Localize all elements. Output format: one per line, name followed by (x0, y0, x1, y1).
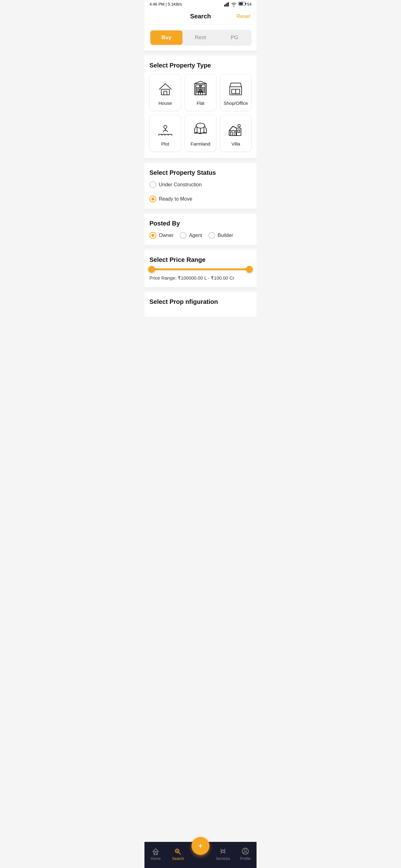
posted-by-builder[interactable]: Builder (208, 232, 233, 239)
villa-icon (227, 121, 244, 138)
posted-by-agent[interactable]: Agent (180, 232, 202, 239)
posted-by-agent-label: Agent (189, 232, 202, 238)
status-under-construction-radio[interactable] (149, 181, 156, 188)
svg-rect-33 (237, 128, 241, 135)
status-ready-to-move-radio[interactable] (149, 196, 156, 203)
flat-label: Flat (196, 100, 204, 106)
house-icon (157, 81, 174, 97)
header: Search Reset (144, 8, 257, 25)
posted-by-builder-radio[interactable] (208, 232, 215, 239)
price-slider-max-thumb[interactable] (246, 266, 253, 273)
nav-search-label: Search (172, 857, 184, 861)
property-card-house[interactable]: House (149, 74, 181, 111)
svg-line-43 (179, 852, 181, 855)
property-card-farmland[interactable]: Farmland (184, 115, 216, 152)
status-time: 4:46 PM | 5.1KB/s (149, 2, 182, 6)
nav-services[interactable]: Services (212, 847, 234, 861)
status-under-construction-label: Under Construction (159, 182, 202, 188)
posted-by-group: Owner Agent Builder (149, 232, 252, 239)
svg-rect-3 (228, 2, 229, 6)
svg-rect-35 (234, 132, 236, 135)
svg-point-45 (222, 850, 224, 852)
posted-by-builder-label: Builder (218, 232, 233, 238)
property-type-title: Select Property Type (149, 62, 252, 69)
tab-buy[interactable]: Buy (150, 30, 182, 45)
property-status-group: Under Construction Ready to Move (149, 181, 252, 203)
farmland-label: Farmland (191, 141, 210, 147)
prop-configuration-title: Select Prop nfiguration (149, 298, 252, 305)
svg-point-23 (164, 125, 167, 128)
price-range-section: Select Price Range Price Range: ₹100000.… (144, 250, 257, 287)
svg-rect-1 (225, 4, 226, 6)
posted-by-owner-radio[interactable] (149, 232, 156, 239)
svg-rect-13 (201, 85, 205, 87)
battery-indicator (238, 2, 245, 6)
svg-rect-34 (230, 132, 232, 135)
property-card-shop[interactable]: Shop/Office (220, 74, 252, 111)
fab-plus-icon: + (198, 842, 203, 850)
svg-rect-2 (227, 3, 228, 6)
svg-rect-0 (224, 5, 225, 6)
nav-services-label: Services (216, 857, 230, 861)
posted-by-owner-label: Owner (159, 232, 173, 238)
price-range-text: Price Range: ₹100000.00 L - ₹100.00 Cr (149, 275, 252, 281)
tab-rent[interactable]: Rent (184, 30, 217, 45)
price-slider-track[interactable] (149, 269, 252, 270)
wifi-icon (231, 2, 237, 6)
farmland-icon (192, 121, 209, 138)
nav-home-label: Home (151, 857, 161, 861)
shop-label: Shop/Office (224, 100, 248, 106)
posted-by-section: Posted By Owner Agent Builder (144, 214, 257, 245)
status-ready-to-move[interactable]: Ready to Move (149, 196, 192, 203)
property-grid: House Flat (149, 74, 252, 152)
status-icons: 54 (224, 2, 252, 6)
property-status-title: Select Property Status (149, 169, 252, 176)
plot-label: Plot (161, 141, 169, 147)
svg-point-44 (176, 850, 178, 851)
villa-label: Villa (231, 141, 240, 147)
nav-search[interactable]: Search (167, 847, 189, 861)
tab-container: Buy Rent PG (149, 30, 252, 46)
price-range-title: Select Price Range (149, 256, 252, 264)
tab-switcher: Buy Rent PG (144, 25, 257, 51)
property-card-villa[interactable]: Villa (220, 115, 252, 152)
svg-rect-4 (161, 89, 169, 95)
posted-by-agent-radio[interactable] (180, 232, 187, 239)
property-card-plot[interactable]: Plot (149, 115, 181, 152)
property-card-flat[interactable]: Flat (184, 74, 216, 111)
status-under-construction[interactable]: Under Construction (149, 181, 202, 188)
profile-nav-icon (241, 847, 249, 855)
svg-rect-5 (164, 91, 167, 95)
reset-button[interactable]: Reset (237, 13, 250, 20)
svg-rect-12 (196, 85, 200, 87)
house-label: House (159, 100, 172, 106)
flat-icon (192, 81, 209, 97)
fab-add-button[interactable]: + (192, 837, 209, 855)
property-status-section: Select Property Status Under Constructio… (144, 163, 257, 209)
svg-rect-40 (154, 851, 157, 855)
posted-by-title: Posted By (149, 220, 252, 227)
status-bar: 4:46 PM | 5.1KB/s 54 (144, 0, 257, 8)
plot-icon (157, 121, 174, 138)
posted-by-owner[interactable]: Owner (149, 232, 173, 239)
tab-pg[interactable]: PG (219, 30, 251, 45)
svg-point-49 (244, 849, 247, 851)
home-nav-icon (152, 847, 160, 855)
price-slider-min-thumb[interactable] (148, 266, 155, 273)
signal-icon (224, 2, 229, 6)
svg-point-30 (196, 123, 205, 128)
search-nav-icon (174, 847, 182, 855)
svg-rect-36 (238, 130, 240, 132)
shop-icon (227, 81, 244, 97)
nav-profile-label: Profile (240, 857, 251, 861)
property-type-section: Select Property Type House (144, 56, 257, 158)
svg-point-38 (238, 124, 240, 127)
nav-profile[interactable]: Profile (234, 847, 257, 861)
page-title: Search (190, 13, 211, 20)
battery-pct: 54 (247, 2, 252, 6)
status-ready-to-move-label: Ready to Move (159, 196, 192, 202)
nav-home[interactable]: Home (144, 847, 167, 861)
prop-configuration-section: Select Prop nfiguration (144, 292, 257, 317)
services-nav-icon (219, 847, 227, 855)
